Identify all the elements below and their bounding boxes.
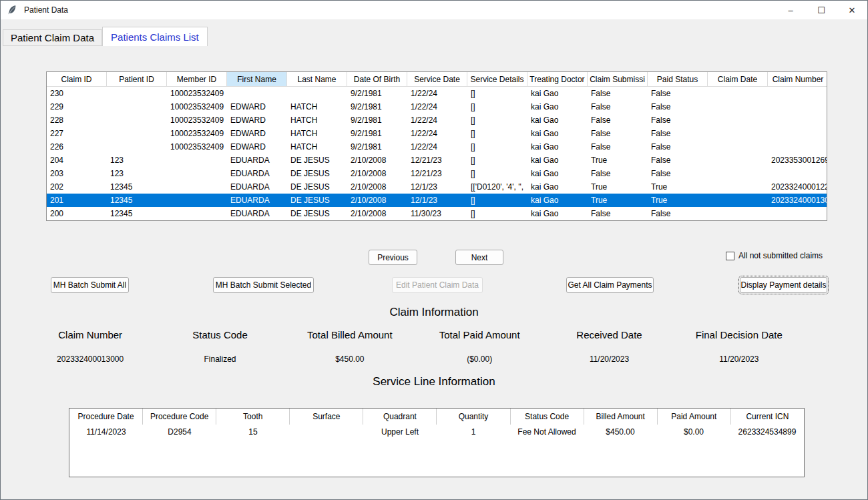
table-cell: 1 xyxy=(437,425,510,439)
minimize-icon[interactable]: – xyxy=(775,1,806,19)
edit-patient-claim-data-button[interactable]: Edit Patient Claim Data xyxy=(392,277,483,293)
table-cell: 100023532409 xyxy=(167,129,227,138)
table-cell: 2/10/2008 xyxy=(347,209,407,218)
column-header-paid-status[interactable]: Paid Status xyxy=(648,72,708,86)
table-cell: EDUARDA xyxy=(227,182,287,192)
table-cell: 204 xyxy=(47,156,107,165)
service-column-header-status-code[interactable]: Status Code xyxy=(511,409,584,425)
table-cell: False xyxy=(648,89,708,98)
service-column-header-tooth[interactable]: Tooth xyxy=(216,409,290,425)
claims-table-row-200[interactable]: 20012345EDUARDADE JESUS2/10/200811/30/23… xyxy=(47,207,827,220)
table-cell: False xyxy=(648,169,708,178)
service-column-header-surface[interactable]: Surface xyxy=(290,409,363,425)
mh-batch-submit-all-button[interactable]: MH Batch Submit All xyxy=(51,277,129,293)
table-cell: False xyxy=(588,115,648,125)
service-line-row[interactable]: 11/14/2023D295415Upper Left1Fee Not Allo… xyxy=(69,425,804,439)
column-header-patient-id[interactable]: Patient ID xyxy=(107,72,167,86)
column-header-claim-number[interactable]: Claim Number xyxy=(768,72,827,86)
patient-data-window: { "window": { "title": "Patient Data", "… xyxy=(0,0,868,500)
table-cell: 1/22/24 xyxy=(407,89,467,98)
table-cell: kai Gao xyxy=(527,115,588,125)
claims-table-row-226[interactable]: 226100023532409EDWARDHATCH9/2/19811/22/2… xyxy=(47,140,827,154)
table-cell: kai Gao xyxy=(527,156,588,165)
table-cell: False xyxy=(588,209,648,218)
column-header-treating-doctor[interactable]: Treating Doctor xyxy=(527,72,588,86)
title-bar: Patient Data – ☐ ✕ xyxy=(1,1,867,19)
table-cell: False xyxy=(648,142,708,152)
table-cell: kai Gao xyxy=(527,102,588,111)
claims-table-header: Claim IDPatient IDMember IDFirst NameLas… xyxy=(47,72,827,87)
column-header-claim-id[interactable]: Claim ID xyxy=(47,72,107,86)
table-cell: 100023532409 xyxy=(167,115,227,125)
service-column-header-procedure-date[interactable]: Procedure Date xyxy=(69,409,143,425)
column-header-claim-submissi[interactable]: Claim Submissi xyxy=(588,72,648,86)
mh-batch-submit-selected-button[interactable]: MH Batch Submit Selected xyxy=(213,277,314,293)
table-cell: HATCH xyxy=(287,142,347,152)
table-cell: 200 xyxy=(47,209,107,218)
maximize-icon[interactable]: ☐ xyxy=(806,1,837,19)
table-cell: 9/2/1981 xyxy=(347,102,407,111)
claim-information-heading: Claim Information xyxy=(1,306,867,319)
claim-info-label-claim-number: Claim Number xyxy=(25,329,155,340)
claims-table-row-227[interactable]: 227100023532409EDWARDHATCH9/2/19811/22/2… xyxy=(47,127,827,140)
service-column-header-quantity[interactable]: Quantity xyxy=(437,409,510,425)
patient-claims-table: Claim IDPatient IDMember IDFirst NameLas… xyxy=(46,71,827,221)
claim-info-label-total-paid-amount: Total Paid Amount xyxy=(415,329,544,340)
window-title: Patient Data xyxy=(24,5,68,15)
close-icon[interactable]: ✕ xyxy=(837,1,867,19)
next-button[interactable]: Next xyxy=(455,250,503,265)
service-column-header-billed-amount[interactable]: Billed Amount xyxy=(584,409,658,425)
claim-info-value-total-billed-amount: $450.00 xyxy=(285,354,415,364)
claims-table-row-202[interactable]: 20212345EDUARDADE JESUS2/10/200812/1/23[… xyxy=(47,180,827,194)
claim-info-value-claim-number: 202332400013000 xyxy=(25,354,155,364)
service-column-header-quadrant[interactable]: Quadrant xyxy=(363,409,437,425)
column-header-member-id[interactable]: Member ID xyxy=(167,72,227,86)
column-header-service-details[interactable]: Service Details xyxy=(467,72,527,86)
table-cell: DE JESUS xyxy=(287,182,347,192)
table-cell: 12/1/23 xyxy=(407,182,467,192)
column-header-first-name[interactable]: First Name xyxy=(227,72,287,86)
previous-button[interactable]: Previous xyxy=(369,250,417,265)
tab-patients-claims-list[interactable]: Patients Claims List xyxy=(102,27,208,46)
service-column-header-paid-amount[interactable]: Paid Amount xyxy=(658,409,731,425)
table-cell: 228 xyxy=(47,115,107,125)
table-cell: False xyxy=(648,156,708,165)
table-cell: True xyxy=(648,196,708,205)
claims-table-row-229[interactable]: 229100023532409EDWARDHATCH9/2/19811/22/2… xyxy=(47,100,827,113)
claims-table-row-228[interactable]: 228100023532409EDWARDHATCH9/2/19811/22/2… xyxy=(47,113,827,127)
all-not-submitted-claims-checkbox[interactable]: All not submitted claims xyxy=(726,251,823,260)
table-cell: False xyxy=(588,102,648,111)
table-cell: D2954 xyxy=(143,425,216,439)
table-cell: DE JESUS xyxy=(287,156,347,165)
table-cell: 229 xyxy=(47,102,107,111)
table-cell: kai Gao xyxy=(527,89,588,98)
claims-table-row-201[interactable]: 20112345EDUARDADE JESUS2/10/200812/1/23[… xyxy=(47,194,827,207)
table-cell: kai Gao xyxy=(527,142,588,152)
column-header-claim-date[interactable]: Claim Date xyxy=(708,72,768,86)
table-cell: EDUARDA xyxy=(227,196,287,205)
display-payment-details-button[interactable]: Display Payment details xyxy=(740,277,827,293)
checkbox-box[interactable] xyxy=(726,252,734,260)
table-cell: $450.00 xyxy=(584,425,657,439)
table-cell: 2623324534899 xyxy=(730,425,804,439)
column-header-last-name[interactable]: Last Name xyxy=(287,72,347,86)
service-column-header-current-icn[interactable]: Current ICN xyxy=(731,409,804,425)
get-all-claim-payments-button[interactable]: Get All Claim Payments xyxy=(566,277,654,293)
table-cell: True xyxy=(588,156,648,165)
table-cell: 2/10/2008 xyxy=(347,182,407,192)
table-cell: 12/21/23 xyxy=(407,156,467,165)
table-cell: 20233240001300 xyxy=(768,196,827,205)
table-cell: [] xyxy=(467,169,527,178)
claims-table-row-230[interactable]: 2301000235324099/2/19811/22/24[]kai GaoF… xyxy=(47,87,827,100)
column-header-service-date[interactable]: Service Date xyxy=(407,72,467,86)
table-cell: $0.00 xyxy=(657,425,730,439)
service-line-table-body: 11/14/2023D295415Upper Left1Fee Not Allo… xyxy=(69,425,804,439)
service-column-header-procedure-code[interactable]: Procedure Code xyxy=(143,409,216,425)
claims-table-row-204[interactable]: 204123EDUARDADE JESUS2/10/200812/21/23[]… xyxy=(47,154,827,167)
table-cell: EDWARD xyxy=(227,129,287,138)
column-header-date-of-birth[interactable]: Date Of Birth xyxy=(347,72,407,86)
claims-table-row-203[interactable]: 203123EDUARDADE JESUS2/10/200812/21/23[]… xyxy=(47,167,827,180)
table-cell: 12/21/23 xyxy=(407,169,467,178)
tab-patient-claim-data[interactable]: Patient Claim Data xyxy=(3,29,102,46)
checkbox-label: All not submitted claims xyxy=(738,251,823,260)
